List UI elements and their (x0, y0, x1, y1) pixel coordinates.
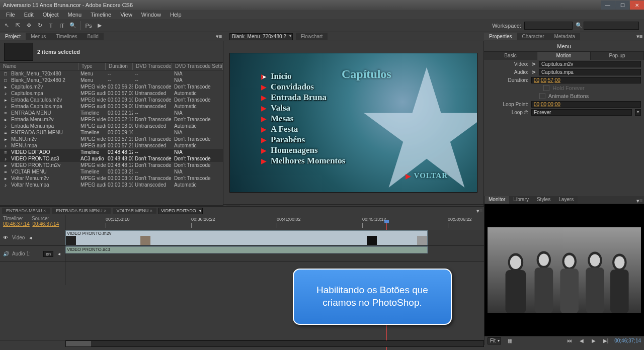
project-row[interactable]: ▸ MENU.m2v MPEG video 00;00;57;19 Don't … (0, 136, 223, 142)
project-row[interactable]: ♪ Voltar Menu.mpa MPEG audio 00;00;03;10… (0, 182, 223, 188)
video-clip[interactable]: VIDEO PRONTO.m2v (65, 230, 428, 245)
project-row[interactable]: ≡ ENTRADA SUB MENU Timeline 00;00;09;10 … (0, 129, 223, 136)
panel-menu-icon[interactable]: ▾≡ (214, 32, 223, 41)
project-row[interactable]: ≡ VOLTAR MENU Timeline 00;00;03;21 -- N/… (0, 168, 223, 175)
monitor-safe-icon[interactable]: ▦ (506, 337, 513, 344)
monitor-next[interactable]: ▶| (602, 337, 609, 344)
menu-chapter-item[interactable]: ▶Entrada Bruna (261, 93, 345, 103)
project-row[interactable]: ♪ Entrada Menu.mpa MPEG audio 00;00;03;0… (0, 123, 223, 129)
project-row[interactable]: ▸ Capitulos.m2v MPEG video 00;00;56;28 D… (0, 83, 223, 90)
menu-viewer-select[interactable]: Blank_Menu_720x480 2 (229, 33, 293, 40)
menu-chapter-item[interactable]: ▶Homenagens (261, 145, 345, 155)
menu-edit[interactable]: Edit (20, 11, 38, 18)
menu-chapter-item[interactable]: ▶Mesas (261, 114, 345, 124)
project-row[interactable]: ♪ VIDEO PRONTO.ac3 AC3 audio 00;48;48;00… (0, 155, 223, 162)
menu-chapter-item[interactable]: ▶Melhores Momentos (261, 156, 345, 166)
menu-menu[interactable]: Menu (64, 11, 86, 18)
col-settings[interactable]: DVD Transcode Settings (172, 63, 223, 70)
loop-num-value[interactable]: Forever (531, 109, 632, 116)
tl-tab-2[interactable]: VOLTAR MENU (113, 208, 156, 214)
tl-tc1[interactable]: 00;46;37;14 (3, 221, 30, 227)
tab-build[interactable]: Build (83, 33, 104, 40)
timeline-ruler[interactable]: 00;31;53;1000;36;26;2200;41;00;0200;45;3… (65, 215, 484, 229)
monitor-fit-select[interactable]: Fit (488, 337, 501, 344)
audio-clip[interactable]: VIDEO PRONTO.ac3 (65, 246, 428, 253)
monitor-prev[interactable]: ◀ (578, 337, 585, 344)
tl-tab-0[interactable]: ENTRADA MENU (2, 208, 50, 214)
prop-duration-value[interactable]: 00;00;57;00 (531, 77, 641, 83)
speaker-icon[interactable]: 🔊 (3, 251, 9, 257)
menu-chapter-item[interactable]: ▶Valsa (261, 103, 345, 113)
audio-collapse[interactable]: ◂ (56, 251, 62, 256)
project-row[interactable]: ♪ Entrada Capitulos.mpa MPEG audio 00;00… (0, 103, 223, 110)
menu-chapter-item[interactable]: ▶Convidados (261, 82, 345, 92)
col-duration[interactable]: Duration (106, 63, 133, 70)
mtab-layers[interactable]: Layers (554, 196, 578, 204)
tab-properties[interactable]: Properties (484, 33, 517, 40)
tl-panel-menu-icon[interactable]: ▾≡ (475, 206, 484, 215)
menu-view[interactable]: View (116, 11, 136, 18)
subtab-popup[interactable]: Pop-up (591, 52, 644, 60)
tool-edit-ps[interactable]: Ps (84, 21, 93, 30)
tool-preview[interactable]: ▶ (95, 21, 104, 30)
menu-file[interactable]: File (2, 11, 19, 18)
tool-move[interactable]: ✥ (24, 21, 33, 30)
menu-object[interactable]: Object (39, 11, 63, 18)
project-row[interactable]: ≡ ENTRADA MENU Timeline 00;00;02;12 -- N… (0, 110, 223, 116)
tool-rotate[interactable]: ↻ (35, 21, 44, 30)
menu-chapter-item[interactable]: ▶A Festa (261, 124, 345, 134)
col-dts[interactable]: DVD Transcode Sta... (133, 63, 172, 70)
loop-point-value[interactable]: 00;00;00;00 (531, 101, 641, 108)
subtab-basic[interactable]: Basic (484, 52, 537, 60)
menu-chapter-item[interactable]: ▶Início (261, 71, 345, 81)
monitor-timecode[interactable]: 00;46;37;14 (614, 338, 641, 343)
props-panel-menu-icon[interactable]: ▾≡ (635, 32, 644, 41)
tl-tab-1[interactable]: ENTRADA SUB MENU (52, 208, 110, 214)
tool-direct[interactable]: ⇱ (13, 21, 22, 30)
tab-flowchart[interactable]: Flowchart (296, 33, 328, 40)
project-row[interactable]: □ Blank_Menu_720x480 Menu -- -- N/A (0, 70, 223, 77)
search-input[interactable] (584, 22, 639, 30)
video-lane[interactable]: VIDEO PRONTO.m2v (65, 230, 484, 246)
menu-timeline[interactable]: Timeline (87, 11, 115, 18)
audio-lane[interactable]: VIDEO PRONTO.ac3 (65, 246, 484, 262)
mtab-library[interactable]: Library (509, 196, 533, 204)
minimize-button[interactable]: — (601, 1, 615, 10)
workspace-select[interactable] (524, 22, 573, 30)
hold-forever-check[interactable] (543, 85, 549, 91)
tl-select[interactable]: VIDEO EDITADO (158, 208, 203, 214)
tab-metadata[interactable]: Metadata (549, 33, 580, 40)
project-row[interactable]: ♪ MENU.mpa MPEG audio 00;00;57;21 Untran… (0, 142, 223, 149)
menu-canvas[interactable]: Capítulos ▶Início▶Convidados▶Entrada Bru… (229, 53, 477, 193)
project-row[interactable]: ▸ Entrada Menu.m2v MPEG video 00;00;02;1… (0, 116, 223, 123)
menu-back[interactable]: ▶ VOLTAR (406, 171, 448, 180)
menu-help[interactable]: Help (166, 11, 186, 18)
mtab-monitor[interactable]: Monitor (485, 196, 509, 204)
tl-tc2[interactable]: 00;46;37;14 (32, 221, 59, 227)
tool-selection[interactable]: ↖ (2, 21, 11, 30)
track-collapse[interactable]: ◂ (28, 235, 33, 240)
menu-window[interactable]: Window (137, 11, 165, 18)
monitor-step-back[interactable]: ⏮ (566, 337, 573, 344)
tool-zoom[interactable]: 🔍 (68, 21, 77, 30)
animate-check[interactable] (539, 93, 545, 99)
prop-video-value[interactable]: Capitulos.m2v (539, 61, 641, 67)
eye-icon[interactable]: 👁 (3, 235, 9, 241)
project-row[interactable]: ▸ Voltar Menu.m2v MPEG video 00;00;03;10… (0, 175, 223, 182)
menu-chapter-item[interactable]: ▶Parabéns (261, 135, 345, 145)
tab-menus[interactable]: Menus (26, 33, 51, 40)
tab-character[interactable]: Character (517, 33, 549, 40)
subtab-motion[interactable]: Motion (537, 52, 591, 60)
col-type[interactable]: Type (78, 63, 106, 70)
tool-text[interactable]: T (46, 21, 55, 30)
project-row[interactable]: ▸ Entrada Capitulos.m2v MPEG video 00;00… (0, 97, 223, 103)
mtab-styles[interactable]: Styles (533, 196, 554, 204)
project-row[interactable]: □ Blank_Menu_720x480 2 Menu -- -- N/A (0, 77, 223, 83)
prop-audio-value[interactable]: Capitulos.mpa (539, 69, 641, 75)
audio-lang[interactable]: en (43, 251, 53, 257)
video-track-header[interactable]: 👁 Video ◂ (0, 230, 65, 246)
tab-timelines[interactable]: Timelines (51, 33, 82, 40)
loop-num-dropdown[interactable]: ▾ (635, 109, 641, 116)
timeline-hscroll[interactable] (65, 340, 484, 347)
project-row[interactable]: ♪ Capitulos.mpa MPEG audio 00;00;57;00 U… (0, 90, 223, 97)
